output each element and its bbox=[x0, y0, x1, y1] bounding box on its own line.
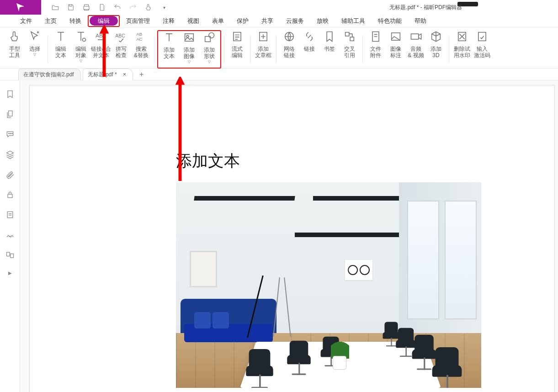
ribbon-find[interactable]: ABAC搜索 &替换 bbox=[131, 30, 151, 67]
ribbon-label: 图像 标注 bbox=[390, 46, 401, 58]
ribbon-link-merge[interactable]: AB链接&合 并文本 bbox=[91, 30, 111, 67]
attachments-panel-icon[interactable] bbox=[5, 170, 15, 179]
ribbon-label: 书签 bbox=[324, 46, 335, 52]
reflow-icon bbox=[231, 30, 244, 43]
chevron-down-icon: ▽ bbox=[208, 60, 211, 64]
quick-access-toolbar: ▾ bbox=[51, 3, 168, 11]
menu-bar: 文件 主页 转换 编辑 页面管理 注释 视图 表单 保护 共享 云服务 放映 辅… bbox=[0, 15, 558, 27]
menu-help[interactable]: 帮助 bbox=[408, 15, 433, 27]
chevron-down-icon: ▽ bbox=[80, 59, 82, 63]
menu-page[interactable]: 页面管理 bbox=[120, 15, 156, 27]
highlight-ribbon-box: 添加 文本添加 图像▽添加 形状▽ bbox=[157, 30, 221, 69]
menu-edit[interactable]: 编辑 bbox=[90, 16, 118, 26]
ribbon-spell[interactable]: ABC拼写 检查 bbox=[111, 30, 131, 67]
open-icon[interactable] bbox=[51, 3, 59, 11]
undo-icon[interactable] bbox=[113, 3, 122, 11]
expand-sidebar-icon[interactable]: ▶ bbox=[8, 270, 12, 275]
embedded-image[interactable] bbox=[176, 182, 481, 388]
ribbon-bookmark[interactable]: 书签 bbox=[319, 30, 340, 67]
menu-file[interactable]: 文件 bbox=[14, 15, 38, 27]
ribbon-actcode[interactable]: 输入 激活码 bbox=[472, 30, 492, 67]
ribbon-weblink[interactable]: 网络 链接 bbox=[279, 30, 299, 67]
ribbon-separator bbox=[362, 36, 363, 63]
layers-panel-icon[interactable] bbox=[5, 150, 15, 159]
print-icon[interactable] bbox=[82, 3, 90, 11]
signature-panel-icon[interactable] bbox=[5, 230, 15, 239]
ribbon-label: 拼写 检查 bbox=[116, 46, 127, 58]
bookmark-panel-icon[interactable] bbox=[5, 90, 15, 99]
ribbon: 手型 工具选择▽编辑 文本编辑 对象▽AB链接&合 并文本ABC拼写 检查ABA… bbox=[0, 27, 558, 69]
bookmark-icon bbox=[323, 30, 336, 43]
touch-icon[interactable] bbox=[144, 3, 153, 11]
ribbon-label: 音频 & 视频 bbox=[408, 46, 424, 58]
ribbon-reflow[interactable]: 流式 编辑 bbox=[227, 30, 247, 67]
pages-panel-icon[interactable] bbox=[5, 110, 15, 119]
menu-slideshow[interactable]: 放映 bbox=[310, 15, 335, 27]
blank-page-icon[interactable] bbox=[98, 3, 106, 11]
app-logo[interactable] bbox=[0, 0, 41, 15]
form-panel-icon[interactable] bbox=[5, 210, 15, 219]
svg-text:AB: AB bbox=[137, 32, 142, 37]
add-image-icon bbox=[183, 31, 196, 44]
chevron-down-icon: ▽ bbox=[33, 53, 36, 57]
save-icon[interactable] bbox=[67, 3, 75, 11]
menu-view[interactable]: 视图 bbox=[181, 15, 206, 27]
comments-panel-icon[interactable] bbox=[5, 130, 15, 139]
ribbon-select[interactable]: 选择▽ bbox=[25, 30, 45, 67]
add-tab-button[interactable]: + bbox=[139, 70, 143, 79]
redo-icon[interactable] bbox=[129, 3, 137, 11]
ribbon-label: 搜索 &替换 bbox=[134, 46, 149, 58]
menu-accessibility[interactable]: 辅助工具 bbox=[335, 15, 372, 27]
menu-cloud[interactable]: 云服务 bbox=[280, 15, 310, 27]
ribbon-hand[interactable]: 手型 工具 bbox=[5, 30, 25, 67]
menu-annotate[interactable]: 注释 bbox=[156, 15, 181, 27]
svg-point-20 bbox=[10, 133, 11, 134]
svg-text:ABC: ABC bbox=[115, 33, 125, 38]
qat-more-icon[interactable]: ▾ bbox=[160, 3, 168, 11]
compare-panel-icon[interactable] bbox=[5, 250, 15, 260]
menu-convert[interactable]: 转换 bbox=[63, 15, 88, 27]
ribbon-edit-text[interactable]: 编辑 文本 bbox=[51, 30, 71, 67]
menu-home[interactable]: 主页 bbox=[38, 15, 63, 27]
ribbon-separator bbox=[224, 36, 224, 63]
ribbon-separator bbox=[449, 36, 449, 63]
document-tab[interactable]: 在遵守饮食指南2.pdf bbox=[18, 69, 81, 80]
edit-text-icon bbox=[54, 30, 67, 43]
ribbon-separator bbox=[250, 36, 250, 63]
ribbon-label: 流式 编辑 bbox=[232, 46, 243, 58]
security-panel-icon[interactable] bbox=[5, 190, 15, 199]
ribbon-separator bbox=[48, 36, 48, 63]
img-annot-icon bbox=[389, 30, 402, 43]
svg-rect-12 bbox=[345, 32, 349, 36]
ribbon-label: 输入 激活码 bbox=[474, 46, 490, 58]
sample-text[interactable]: 添加文本 bbox=[176, 150, 240, 172]
ribbon-attach[interactable]: 文件 附件 bbox=[366, 30, 386, 67]
ribbon-add-text[interactable]: 添加 文本 bbox=[159, 31, 179, 68]
menu-features[interactable]: 特色功能 bbox=[372, 15, 408, 27]
document-tab[interactable]: 无标题.pdf * × bbox=[83, 69, 133, 80]
ribbon-av[interactable]: 音频 & 视频 bbox=[406, 30, 426, 67]
document-canvas[interactable]: 添加文本 bbox=[20, 80, 558, 392]
add-article-icon bbox=[257, 30, 270, 43]
close-tab-icon[interactable]: × bbox=[123, 71, 126, 78]
ribbon-add-article[interactable]: 添加 文章框 bbox=[253, 30, 273, 67]
window-title: 无标题.pdf * - 福昕PDF编辑器 bbox=[389, 4, 462, 11]
ribbon-crossref[interactable]: 交叉 引用 bbox=[340, 30, 360, 67]
ribbon-img-annot[interactable]: 图像 标注 bbox=[386, 30, 406, 67]
weblink-icon bbox=[283, 30, 296, 43]
link-icon bbox=[303, 30, 316, 43]
ribbon-rm-trial[interactable]: 删除试 用水印 bbox=[452, 30, 472, 67]
ribbon-add3d[interactable]: 添加 3D bbox=[426, 30, 446, 67]
page: 添加文本 bbox=[29, 85, 555, 392]
rm-trial-icon bbox=[456, 30, 468, 43]
ribbon-edit-obj[interactable]: 编辑 对象▽ bbox=[71, 30, 91, 67]
ribbon-label: 文件 附件 bbox=[370, 46, 381, 58]
svg-text:AC: AC bbox=[137, 37, 143, 42]
menu-protect[interactable]: 保护 bbox=[230, 15, 255, 27]
ribbon-link[interactable]: 链接 bbox=[299, 30, 319, 67]
ribbon-label: 添加 文章框 bbox=[255, 46, 271, 58]
ribbon-add-shape[interactable]: 添加 形状▽ bbox=[199, 31, 219, 68]
ribbon-add-image[interactable]: 添加 图像▽ bbox=[179, 31, 199, 68]
menu-form[interactable]: 表单 bbox=[206, 15, 230, 27]
menu-share[interactable]: 共享 bbox=[255, 15, 280, 27]
